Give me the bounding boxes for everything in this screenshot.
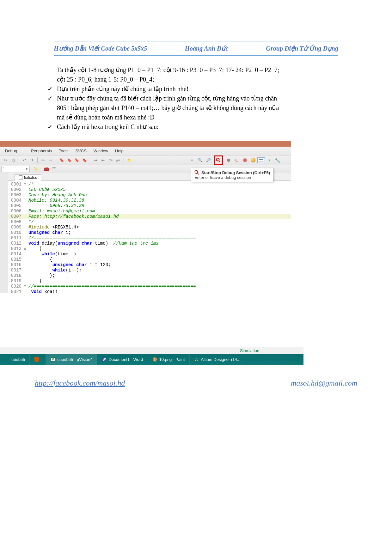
- file-toolbox-icon[interactable]: 🧰: [44, 166, 49, 172]
- app-icon: W: [102, 357, 107, 362]
- comment-icon[interactable]: //≡: [108, 157, 113, 163]
- code-line: 0015 {: [8, 257, 291, 262]
- breakpoint-toggle-icon[interactable]: [233, 157, 240, 164]
- outdent-icon[interactable]: ⇤: [100, 157, 106, 163]
- app-icon: [4, 357, 9, 362]
- svg-line-1: [219, 161, 221, 162]
- code-line: 0001⊟/*: [8, 182, 291, 187]
- code-line: 0021 void xoa(): [8, 289, 291, 293]
- taskbar-label: Altium Designer (14....: [201, 357, 242, 362]
- editor-body: 5x5x5.c 0001⊟/*0002LED Cube 5x5x50003Cod…: [0, 173, 291, 293]
- tooltip-subtitle: Enter or leave a debug session: [194, 175, 270, 180]
- code-line: 0006Email: masoi.hd@gmail.com: [8, 209, 291, 214]
- binoculars-icon[interactable]: 🔍: [197, 157, 204, 164]
- magnifier-debug-icon: d: [216, 158, 221, 163]
- bookmark-next-icon[interactable]: 🔖: [74, 157, 80, 163]
- nav-back-icon[interactable]: ⇦: [40, 157, 46, 163]
- menu-bar: Debug Peripherals Tools SVCS Window Help: [0, 147, 291, 155]
- code-line: 0012void delay(unsigned char time) //Ham…: [8, 241, 291, 246]
- dropdown-caret-icon[interactable]: ▾: [188, 157, 195, 164]
- scissors-icon[interactable]: ✂: [3, 157, 9, 163]
- header-left: Hướng Dẫn Viết Code Cube 5x5x5: [54, 45, 147, 52]
- code-line: 0004Mobile: 0914.30.32.38: [8, 198, 291, 203]
- configure-icon[interactable]: 🔧: [274, 157, 281, 164]
- menu-peripherals[interactable]: Peripherals: [31, 149, 52, 153]
- ide-screenshot: Debug Peripherals Tools SVCS Window Help…: [0, 141, 291, 293]
- build-icon[interactable]: ✨: [33, 166, 38, 172]
- taskbar-item[interactable]: AAltium Designer (14....: [190, 354, 247, 365]
- code-line: 0019 }: [8, 278, 291, 284]
- bottom-area: Simulation ube555Vcube555 - µVision4WDoc…: [0, 347, 303, 365]
- simulation-status: Simulation: [0, 347, 303, 354]
- bullet-text: Cách lấy mã hexa trong keil C như sau:: [57, 122, 351, 131]
- chevron-down-icon: ▼: [25, 167, 28, 171]
- taskbar-item[interactable]: ube555: [0, 354, 30, 365]
- breakpoint-insert-icon[interactable]: [225, 157, 232, 164]
- uncomment-icon[interactable]: //≡: [115, 157, 121, 163]
- window-layout-button[interactable]: [257, 157, 265, 163]
- code-line: 0016 unsigned char i = 123;: [8, 262, 291, 268]
- taskbar-label: ube555: [11, 357, 25, 362]
- bookmark-prev-icon[interactable]: 🔖: [66, 157, 72, 163]
- titlebar-stripe: [0, 141, 291, 147]
- app-icon: 🎨: [152, 357, 157, 362]
- code-line: 0008*/: [8, 219, 291, 225]
- taskbar-item[interactable]: Vcube555 - µVision4: [46, 354, 97, 365]
- file-icon: [19, 175, 22, 180]
- undo-icon[interactable]: ↶: [21, 157, 27, 163]
- code-line: 0003Code by: Hoang Anh Duc: [8, 192, 291, 198]
- bullet-text: Dựa trên phần cứng này để chúng ta lập t…: [57, 84, 351, 94]
- taskbar-item[interactable]: WDocument1 - Word: [97, 354, 148, 365]
- code-line: 0011//==================================…: [8, 235, 291, 241]
- redo-icon[interactable]: ↷: [29, 157, 35, 163]
- checkmark-icon: ✓: [47, 122, 57, 131]
- checkmark-icon: ✓: [47, 84, 57, 94]
- breakpoint-disable-icon[interactable]: [242, 157, 248, 164]
- page-footer: http://facebook.com/masoi.hd masoi.hd@gm…: [35, 376, 357, 392]
- menu-help[interactable]: Help: [115, 149, 124, 153]
- indent-icon[interactable]: ⇥: [93, 157, 98, 163]
- code-line: 0018 };: [8, 273, 291, 278]
- debug-tooltip: Start/Stop Debug Session (Ctrl+F5) Enter…: [191, 168, 273, 182]
- bookmark-icon[interactable]: 🔖: [59, 157, 64, 163]
- checkmark-icon: ✓: [47, 94, 57, 103]
- menu-debug[interactable]: Debug: [5, 149, 24, 153]
- magnifier-debug-icon: [194, 170, 199, 175]
- header-mid: Hoàng Anh Đức: [185, 45, 228, 52]
- breakpoint-kill-icon[interactable]: [250, 157, 257, 164]
- tooltip-title: Start/Stop Debug Session (Ctrl+F5): [201, 170, 270, 175]
- header-right: Group Điện Tử Ứng Dụng: [266, 45, 338, 52]
- dropdown-caret-icon[interactable]: ▾: [266, 157, 273, 164]
- taskbar-label: Document1 - Word: [109, 357, 143, 362]
- target-combo[interactable]: 1 ▼: [1, 166, 30, 172]
- code-editor[interactable]: 0001⊟/*0002LED Cube 5x5x50003Code by: Ho…: [8, 181, 291, 293]
- find-in-files-icon[interactable]: 📁: [126, 157, 132, 163]
- file-tab[interactable]: 5x5x5.c: [15, 174, 41, 181]
- left-gutter: [0, 173, 8, 293]
- bullet-row: ✓ Dựa trên phần cứng này để chúng ta lập…: [47, 84, 351, 94]
- taskbar-item[interactable]: 🎨10.png - Paint: [148, 354, 190, 365]
- taskbar-label: cube555 - µVision4: [57, 357, 92, 362]
- app-icon: [34, 357, 39, 362]
- text-line: cột 25 : P0_6; hang 1-5: P0_0 – P0_4;: [57, 75, 351, 84]
- bookmark-clear-icon[interactable]: 🔖: [82, 157, 87, 163]
- taskbar-label: 10.png - Paint: [159, 357, 185, 362]
- app-icon: A: [194, 357, 199, 362]
- bullet-row: ✓ Như trước đây chúng ta đã biết cách lậ…: [47, 94, 351, 122]
- footer-link-left[interactable]: http://facebook.com/masoi.hd: [35, 379, 125, 387]
- code-line: 0005 0968.73.32.38: [8, 203, 291, 209]
- code-line: 0020⊟//=================================…: [8, 284, 291, 289]
- menu-svcs[interactable]: SVCS: [75, 149, 86, 153]
- taskbar-item[interactable]: [30, 354, 46, 365]
- copy-icon[interactable]: ⧉: [10, 157, 16, 163]
- debug-session-button[interactable]: d: [214, 155, 223, 165]
- menu-tools[interactable]: Tools: [59, 149, 68, 153]
- menu-window[interactable]: Window: [94, 149, 108, 153]
- app-icon: V: [50, 357, 55, 362]
- combo-value: 1: [3, 167, 5, 171]
- incremental-find-icon[interactable]: 🔎: [205, 157, 212, 164]
- manage-icon[interactable]: ☰: [51, 166, 57, 172]
- text-line: Ta thấy cột 1-8 tương ứng P1_0 – P1_7; c…: [57, 65, 351, 75]
- code-line: 0002LED Cube 5x5x5: [8, 187, 291, 192]
- nav-fwd-icon[interactable]: ⇨: [48, 157, 53, 163]
